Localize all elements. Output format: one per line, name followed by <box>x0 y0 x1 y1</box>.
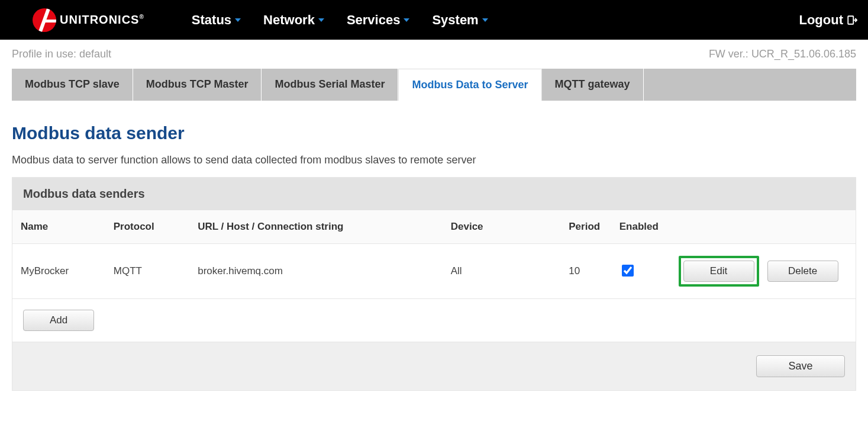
page-title: Modbus data sender <box>12 123 856 143</box>
menu-network[interactable]: Network <box>263 12 324 28</box>
logout-link[interactable]: Logout <box>799 12 857 28</box>
senders-panel-title: Modbus data senders <box>12 178 856 210</box>
main-menu: Status Network Services System <box>192 12 488 28</box>
edit-button[interactable]: Edit <box>683 261 754 282</box>
add-row: Add <box>12 299 856 342</box>
brand-logo[interactable]: UNITRONICS® <box>33 8 144 32</box>
cell-name: MyBrocker <box>12 244 105 299</box>
save-row: Save <box>12 342 856 390</box>
tab-bar: Modbus TCP slave Modbus TCP Master Modbu… <box>12 69 856 101</box>
menu-status-label: Status <box>192 12 231 28</box>
col-header-name: Name <box>12 210 105 244</box>
brand-reg-mark: ® <box>139 14 144 20</box>
add-button[interactable]: Add <box>23 310 94 331</box>
chevron-down-icon <box>482 18 488 22</box>
cell-protocol: MQTT <box>105 244 190 299</box>
menu-services-label: Services <box>347 12 401 28</box>
brand-logo-icon <box>33 8 56 32</box>
tab-modbus-serial-master[interactable]: Modbus Serial Master <box>262 69 398 101</box>
page-content: Modbus data sender Modbus data to server… <box>0 123 868 391</box>
menu-status[interactable]: Status <box>192 12 241 28</box>
logout-icon <box>847 15 857 25</box>
edit-button-highlight: Edit <box>679 256 759 287</box>
cell-device: All <box>443 244 561 299</box>
senders-panel: Modbus data senders Name Protocol URL / … <box>12 177 856 391</box>
delete-button[interactable]: Delete <box>767 261 838 282</box>
col-header-url: URL / Host / Connection string <box>189 210 443 244</box>
chevron-down-icon <box>318 18 324 22</box>
menu-services[interactable]: Services <box>347 12 410 28</box>
cell-period: 10 <box>560 244 611 299</box>
brand-name: UNITRONICS® <box>60 13 144 27</box>
tab-modbus-tcp-master[interactable]: Modbus TCP Master <box>133 69 262 101</box>
senders-table: Name Protocol URL / Host / Connection st… <box>12 210 856 299</box>
senders-header-row: Name Protocol URL / Host / Connection st… <box>12 210 856 244</box>
profile-in-use: Profile in use: default <box>12 48 111 60</box>
table-row: MyBrocker MQTT broker.hivemq.com All 10 … <box>12 244 856 299</box>
brand-name-text: UNITRONICS <box>60 13 139 26</box>
col-header-actions <box>670 210 856 244</box>
menu-system[interactable]: System <box>432 12 488 28</box>
tab-modbus-tcp-slave[interactable]: Modbus TCP slave <box>12 69 133 101</box>
col-header-device: Device <box>443 210 561 244</box>
cell-enabled <box>611 244 670 299</box>
tab-modbus-data-to-server[interactable]: Modbus Data to Server <box>398 69 541 101</box>
page-description: Modbus data to server function allows to… <box>12 154 856 166</box>
top-nav: UNITRONICS® Status Network Services Syst… <box>0 0 868 40</box>
chevron-down-icon <box>404 18 409 22</box>
subheader: Profile in use: default FW ver.: UCR_R_5… <box>0 40 868 66</box>
firmware-version: FW ver.: UCR_R_51.06.06.185 <box>709 48 856 60</box>
tab-mqtt-gateway[interactable]: MQTT gateway <box>542 69 644 101</box>
col-header-period: Period <box>560 210 611 244</box>
col-header-protocol: Protocol <box>105 210 190 244</box>
tab-bar-fill <box>644 69 856 101</box>
save-button[interactable]: Save <box>756 355 845 377</box>
logout-label: Logout <box>799 12 843 28</box>
col-header-enabled: Enabled <box>611 210 670 244</box>
cell-url: broker.hivemq.com <box>189 244 443 299</box>
menu-system-label: System <box>432 12 478 28</box>
chevron-down-icon <box>235 18 241 22</box>
enabled-checkbox[interactable] <box>622 265 634 277</box>
svg-rect-0 <box>848 16 853 24</box>
menu-network-label: Network <box>263 12 315 28</box>
